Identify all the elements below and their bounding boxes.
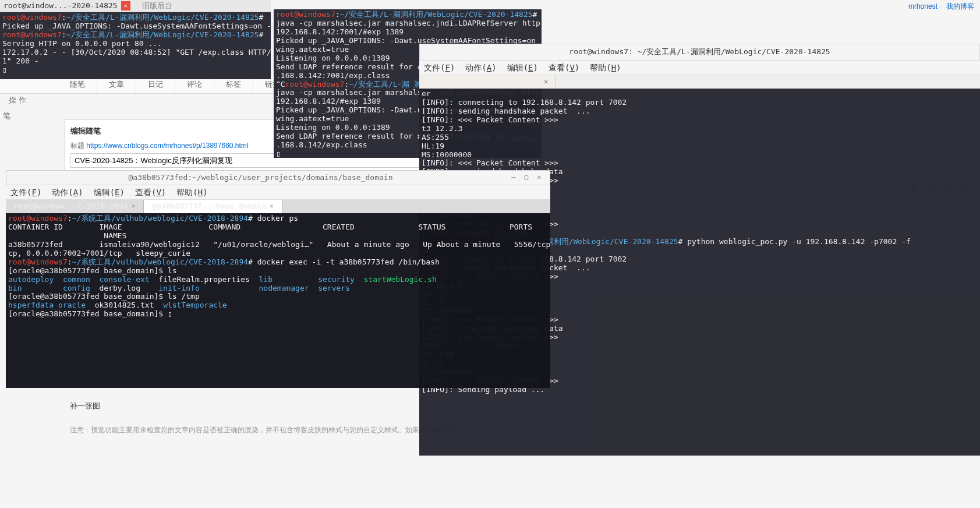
terminal4-output[interactable]: root@windows7:~/系统工具/vulhub/weblogic/CVE… xyxy=(6,213,550,388)
tab-label: @a38b05773f...base_domain xyxy=(152,202,266,211)
terminal3-title: root@windows7: ~/安全工具/L-漏洞利用/WebLogic/CV… xyxy=(419,44,980,61)
terminal-docker: @a38b05773fed:~/weblogic/user_projects/d… xyxy=(6,170,550,388)
close-icon[interactable]: ✕ xyxy=(544,77,549,86)
menu-item[interactable]: 编辑(E) xyxy=(507,63,538,72)
tab-label: root@window...-2020-14825 xyxy=(426,77,540,86)
minimize-icon[interactable]: – xyxy=(509,173,518,182)
url-label: 标题 xyxy=(70,142,84,150)
menu-item[interactable]: 帮助(H) xyxy=(176,188,207,197)
secondary-tab[interactable]: 旧版后台 xyxy=(142,2,172,10)
terminal4-menubar: 文件(F)动作(A)编辑(E)查看(V)帮助(H) xyxy=(6,185,550,200)
terminal1-output[interactable]: root@windows7:~/安全工具/L-漏洞利用/WebLogic/CVE… xyxy=(0,12,271,79)
user-link[interactable]: mrhonest xyxy=(908,2,937,10)
separator: · xyxy=(939,2,941,10)
terminal4-title: @a38b05773fed:~/weblogic/user_projects/d… xyxy=(129,174,393,182)
preview-note: 注意：预览功能主要用来检查您的文章内容是否被正确的渲染，并不包含博客皮肤的样式与… xyxy=(70,425,454,435)
top-bar: mrhonest · 我的博客 xyxy=(900,0,980,13)
terminal3-menubar: 文件(F)动作(A)编辑(E)查看(V)帮助(H) xyxy=(419,61,980,75)
close-icon[interactable]: ✕ xyxy=(121,1,130,10)
terminal-tab[interactable]: root@window...E-2018-2894✕ xyxy=(6,200,144,213)
editor-toolbar-label: 操 作 xyxy=(0,90,35,110)
terminal3-tabbar: root@window...-2020-14825 ✕ xyxy=(419,75,980,89)
terminal3-tab[interactable]: root@window...-2020-14825 ✕ xyxy=(419,75,556,89)
menu-item[interactable]: 文件(F) xyxy=(424,63,455,72)
close-icon[interactable]: ✕ xyxy=(535,173,544,182)
terminal-http-server: root@window...-2020-14825 ✕ 旧版后台 root@wi… xyxy=(0,0,271,79)
supplement-text: 补一张图 xyxy=(70,401,100,411)
close-icon[interactable]: ✕ xyxy=(270,203,274,210)
terminal1-tab[interactable]: root@window...-2020-14825 xyxy=(3,2,118,10)
post-url[interactable]: https://www.cnblogs.com/mrhonest/p/13897… xyxy=(86,142,248,150)
editor-side-label: 笔 xyxy=(0,108,17,124)
terminal4-tabbar: root@window...E-2018-2894✕@a38b05773f...… xyxy=(6,200,550,213)
terminal1-tabbar: root@window...-2020-14825 ✕ 旧版后台 xyxy=(0,0,271,12)
menu-item[interactable]: 帮助(H) xyxy=(590,63,621,72)
menu-item[interactable]: 编辑(E) xyxy=(94,188,125,197)
terminal4-titlebar: @a38b05773fed:~/weblogic/user_projects/d… xyxy=(6,170,550,185)
menu-item[interactable]: 文件(F) xyxy=(10,188,41,197)
my-blog-link[interactable]: 我的博客 xyxy=(946,2,974,10)
terminal-tab[interactable]: @a38b05773f...base_domain✕ xyxy=(144,200,282,213)
menu-item[interactable]: 动作(A) xyxy=(52,188,83,197)
maximize-icon[interactable]: ▢ xyxy=(522,173,531,182)
close-icon[interactable]: ✕ xyxy=(132,203,136,210)
tab-label: root@window...E-2018-2894 xyxy=(14,202,128,211)
menu-item[interactable]: 查看(V) xyxy=(549,63,579,72)
menu-item[interactable]: 动作(A) xyxy=(465,63,496,72)
menu-item[interactable]: 查看(V) xyxy=(135,188,166,197)
